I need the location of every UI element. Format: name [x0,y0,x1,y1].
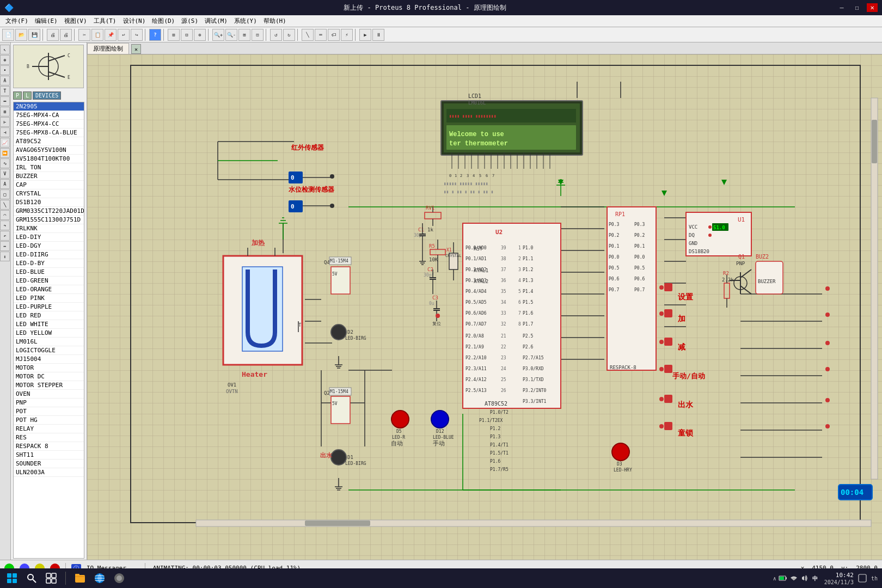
tool-gen[interactable]: ∿ [0,158,10,168]
comp-led-green[interactable]: LED-GREEN [14,277,84,285]
tb-copy[interactable]: 📋 [91,29,103,41]
comp-motor-dc[interactable]: MOTOR DC [14,372,84,381]
comp-2n2905[interactable]: 2N2905 [14,102,84,111]
comp-led-pink[interactable]: LED PINK [14,294,84,303]
comp-res[interactable]: RES [14,433,84,442]
tab-close[interactable]: ✕ [131,44,141,54]
comp-tab-l[interactable]: L [23,91,32,100]
tb-new[interactable]: 📄 [2,29,14,41]
tool-component[interactable]: ⊕ [0,55,10,65]
tb-print[interactable]: 🖨 [47,29,59,41]
tool-rotate-ccw[interactable]: ↶ [0,231,10,241]
tray-notification[interactable] [858,574,867,583]
menu-draw[interactable]: 绘图(D) [149,16,178,26]
comp-led-white[interactable]: LED WHITE [14,320,84,329]
tool-terminal[interactable]: ⊢ [0,117,10,127]
comp-av51[interactable]: AV51804T100KT00 [14,155,84,163]
taskbar-view[interactable] [44,571,59,586]
tb-wire[interactable]: ╲ [302,29,314,41]
canvas-area[interactable]: Welcome to use ter thermometer ▮▮▮▮ ▮▮▮▮… [87,54,882,560]
tool-junction[interactable]: • [0,65,10,75]
tool-current[interactable]: A [0,179,10,189]
menu-file[interactable]: 文件(F) [2,16,32,26]
tool-graph[interactable]: 📈 [0,138,10,148]
maximize-button[interactable]: □ [852,3,862,12]
tool-select[interactable]: ↖ [0,45,10,54]
close-button[interactable]: ✕ [867,3,878,12]
menu-debug[interactable]: 调试(M) [201,16,231,26]
comp-tab-devices[interactable]: DEVICES [33,91,61,100]
comp-cap[interactable]: CAP [14,181,84,189]
comp-led-purple[interactable]: LED-PURPLE [14,303,84,311]
tool-tape[interactable]: ⏩ [0,148,10,158]
tool-flip-v[interactable]: ↕ [0,252,10,261]
menu-tools[interactable]: 工具(T) [90,16,120,26]
tool-voltage[interactable]: V [0,169,10,179]
tb-zoom-fit[interactable]: ⊠ [238,29,250,41]
tool-2d-line[interactable]: ╲ [0,200,10,210]
comp-pnp[interactable]: PNP [14,399,84,407]
comp-ds1b120[interactable]: DS1B120 [14,198,84,207]
tb-undo[interactable]: ↩ [118,29,130,41]
menu-system[interactable]: 系统(Y) [231,16,260,26]
tb-snap[interactable]: ⊕ [194,29,206,41]
menu-help[interactable]: 帮助(H) [260,16,290,26]
comp-sht11[interactable]: SHT11 [14,451,84,460]
taskbar-browser[interactable] [92,571,107,586]
comp-led-orange[interactable]: LED-ORANGE [14,285,84,294]
clock-area[interactable]: 10:42 2024/11/3 [824,572,854,585]
tb-label[interactable]: 🏷 [328,29,340,41]
menu-edit[interactable]: 编辑(E) [32,16,61,26]
comp-relay[interactable]: RELAY [14,425,84,433]
comp-motor[interactable]: MOTOR [14,364,84,372]
minimize-button[interactable]: ─ [836,3,847,12]
tb-zoom-in[interactable]: 🔍+ [212,29,224,41]
comp-lm016l[interactable]: LM016L [14,338,84,346]
comp-led-dgy[interactable]: LED-DGY [14,242,84,250]
menu-design[interactable]: 设计(N) [120,16,149,26]
taskbar-app[interactable] [112,571,127,586]
start-button[interactable] [4,571,20,586]
comp-grm0335[interactable]: GRM0335C1T220JAD01D [14,207,84,216]
comp-led-diirg[interactable]: LED-DIIRG [14,250,84,259]
comp-7seg-ca[interactable]: 7SEG-MPX4-CA [14,111,84,120]
tb-redo[interactable]: ↪ [131,29,143,41]
comp-mj15004[interactable]: MJ15004 [14,355,84,364]
tray-up-icon[interactable]: ∧ [773,575,776,581]
comp-tab-p[interactable]: P [13,91,22,100]
comp-led-blue[interactable]: LED-BLUE [14,268,84,277]
taskbar-explorer[interactable] [72,571,88,586]
tool-2d-arc[interactable]: ◠ [0,210,10,220]
comp-avago[interactable]: AVAGO65Y5V100N [14,146,84,155]
tb-run[interactable]: ▶ [359,29,371,41]
tb-paste[interactable]: 📌 [105,29,117,41]
menu-source[interactable]: 源(S) [178,16,201,26]
comp-pot[interactable]: POT [14,407,84,416]
tb-grid[interactable]: ⊞ [168,29,180,41]
comp-led-dby[interactable]: LED-D-BY [14,259,84,268]
tb-pause2[interactable]: ⏸ [372,29,384,41]
tool-flip-h[interactable]: ↔ [0,241,10,251]
comp-at89c52[interactable]: AT89C52 [14,137,84,146]
component-list[interactable]: 2N2905 7SEG-MPX4-CA 7SEG-MPX4-CC 7SEG-MP… [13,102,84,559]
comp-sounder[interactable]: SOUNDER [14,460,84,468]
tb-bus[interactable]: ═ [315,29,327,41]
tb-probe[interactable]: ⚡ [341,29,353,41]
comp-grm1555[interactable]: GRM1555C11300J751D [14,216,84,224]
comp-respack8[interactable]: RESPACK 8 [14,442,84,451]
tb-redo2[interactable]: ↻ [283,29,295,41]
tb-grid2[interactable]: ⊟ [181,29,193,41]
comp-crystal[interactable]: CRYSTAL [14,189,84,198]
tb-print2[interactable]: 🖨 [60,29,72,41]
tb-help[interactable]: ? [149,29,161,41]
comp-led-yellow[interactable]: LED YELLOW [14,329,84,338]
tb-undo2[interactable]: ↺ [270,29,282,41]
tool-pin[interactable]: ⊣ [0,127,10,137]
comp-irlton[interactable]: IRL TON [14,163,84,172]
comp-oven[interactable]: OVEN [14,390,84,399]
comp-logictoggle[interactable]: LOGICTOGGLE [14,346,84,355]
tool-2d-box[interactable]: □ [0,189,10,199]
tb-zoom-sel[interactable]: ⊡ [252,29,264,41]
comp-irlknk[interactable]: IRLKNK [14,224,84,233]
menu-view[interactable]: 视图(V) [61,16,90,26]
